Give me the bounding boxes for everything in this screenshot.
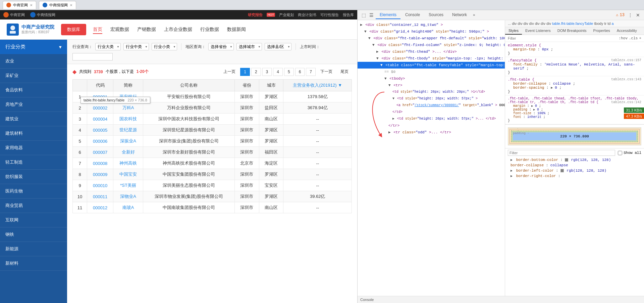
devtools-close-btn[interactable]: ✕: [635, 11, 641, 19]
styles-tab-styles[interactable]: Styles: [505, 27, 522, 35]
breadcrumb-td[interactable]: td: [607, 21, 611, 26]
topnav-business[interactable]: 商业计划书: [298, 12, 316, 17]
nav-home[interactable]: 首页: [93, 25, 102, 34]
breadcrumb-tr[interactable]: tr: [604, 21, 607, 26]
nav-news[interactable]: 数据新闻: [227, 25, 246, 34]
hov-filter[interactable]: :hov: [619, 36, 628, 40]
tree-node-3[interactable]: ▼ <div class="fht-table-wrapper fht-defa…: [358, 35, 505, 42]
sidebar-item-agriculture[interactable]: 农业: [0, 54, 67, 69]
district-select[interactable]: 选择县/区: [265, 43, 291, 50]
table-wrapper[interactable]: 代码 简称 公司名称 省份 城市 主营业务收入(201912) ▼: [67, 79, 357, 303]
sidebar-item-newmat[interactable]: 新材料: [0, 256, 67, 271]
show-all-checkbox[interactable]: [618, 151, 622, 155]
devtools-console-bar[interactable]: Console: [358, 296, 644, 303]
tree-node-td1[interactable]: <td style="height: 26px; width: 29px;" >…: [358, 89, 505, 95]
devtools-cursor-btn[interactable]: ⬚: [360, 11, 367, 19]
breadcrumb-table[interactable]: table.fht-table.fancyTable: [552, 21, 594, 26]
breadcrumb-div7[interactable]: div: [546, 21, 552, 26]
page-5[interactable]: 5: [284, 68, 294, 76]
topnav-planning[interactable]: 产业规划: [279, 12, 294, 17]
last-page[interactable]: 尾页: [337, 68, 352, 76]
city-select[interactable]: 选择城市: [236, 43, 262, 50]
province-select[interactable]: 选择省份: [208, 43, 234, 50]
sidebar-item-construction[interactable]: 建筑业: [0, 112, 67, 126]
tree-node-tr[interactable]: ▼ <tr>: [358, 82, 505, 89]
page-4[interactable]: 4: [273, 68, 283, 76]
topnav-research[interactable]: 研究报告: [248, 12, 263, 17]
devtools-more-tabs[interactable]: »: [473, 13, 475, 17]
tree-node-a[interactable]: <a href="/stock/summary/000001/" target=…: [358, 102, 505, 109]
tree-node-tbody[interactable]: ▼ <tbody>: [358, 75, 505, 82]
topnav-reports[interactable]: 报告库: [343, 12, 354, 17]
html-tree[interactable]: ▶ <div class="container_12 mg_ttwo" > ▼ …: [358, 20, 505, 296]
nav-produce[interactable]: 产销数据: [137, 25, 156, 34]
page-1[interactable]: 1: [240, 68, 250, 76]
sidebar-item-energy[interactable]: 新能源: [0, 242, 67, 256]
sidebar-item-mining[interactable]: 采矿业: [0, 69, 67, 83]
sidebar-item-light[interactable]: 轻工制造: [0, 155, 67, 170]
sidebar-collapse-icon[interactable]: ▾: [59, 44, 62, 50]
tree-node-selected[interactable]: ▼ <table class="fht-table fancyTable" st…: [358, 62, 505, 69]
db-button[interactable]: 数据库: [61, 24, 86, 35]
industry-type-select[interactable]: 行业大类: [95, 43, 121, 50]
sidebar-item-steel[interactable]: 钢铁: [0, 227, 67, 242]
devtools-tab-sources[interactable]: Sources: [425, 11, 447, 19]
breadcrumb-div1[interactable]: div: [512, 21, 518, 26]
tree-node-5[interactable]: ▶ <div class="fht-thead" >... </div>: [358, 48, 505, 55]
sidebar-item-appliances[interactable]: 家用电器: [0, 141, 67, 155]
sidebar-item-internet[interactable]: 互联网: [0, 213, 67, 227]
add-filter[interactable]: +: [639, 36, 641, 40]
devtools-tab-console[interactable]: Console: [401, 11, 424, 19]
styles-tab-props[interactable]: Properties: [590, 27, 613, 35]
date-input[interactable]: [72, 53, 113, 60]
sidebar-item-pharma[interactable]: 医药生物: [0, 184, 67, 199]
styles-tab-dom[interactable]: DOM Breakpoints: [554, 27, 590, 35]
tree-node-1[interactable]: ▶ <div class="container_12 mg_ttwo" >: [358, 21, 505, 28]
devtools-tab-network[interactable]: Network: [448, 11, 471, 19]
col-revenue[interactable]: 主营业务收入(201912) ▼: [283, 80, 352, 91]
nav-industry[interactable]: 行业数据: [200, 25, 219, 34]
breadcrumb-div6[interactable]: div: [541, 21, 546, 26]
breadcrumb-tbody[interactable]: tbody: [594, 21, 604, 26]
page-2[interactable]: 2: [251, 68, 261, 76]
prev-page[interactable]: 上一页: [220, 68, 239, 76]
styles-tab-events[interactable]: Event Listeners: [522, 27, 554, 35]
topnav-qingbao[interactable]: 中商情报网: [30, 12, 55, 17]
styles-filter-input[interactable]: [508, 36, 619, 40]
styles-tab-access[interactable]: Accessibility: [613, 27, 640, 35]
page-7[interactable]: 7: [306, 68, 316, 76]
tree-node-td-close[interactable]: </td>: [358, 109, 505, 116]
sidebar-item-textile[interactable]: 纺织服装: [0, 170, 67, 184]
tree-node-2[interactable]: ▼ <div class="grid_4 height400" style="h…: [358, 28, 505, 35]
tree-node-6[interactable]: ▼ <div class="fht-tbody" style="margin-t…: [358, 55, 505, 62]
tree-node-tr-close[interactable]: </tr>: [358, 122, 505, 129]
filter-props-input[interactable]: [508, 150, 615, 156]
sidebar-item-commerce[interactable]: 商业贸易: [0, 199, 67, 213]
page-3[interactable]: 3: [262, 68, 272, 76]
tree-node-4[interactable]: ▼ <div class="fht-fixed-column" style="z…: [358, 42, 505, 48]
breadcrumb-a[interactable]: a: [611, 21, 613, 26]
industry-small-select[interactable]: 行业小类: [152, 43, 177, 50]
nav-listed[interactable]: 上市企业数据: [164, 25, 192, 34]
tab-zhongshang-info[interactable]: 中商情报网 ✕: [39, 1, 76, 9]
breadcrumb-div5[interactable]: div: [535, 21, 541, 26]
topnav-feasibility[interactable]: 可行性报告: [320, 12, 339, 17]
sidebar-item-food[interactable]: 食品饮料: [0, 83, 67, 97]
next-page[interactable]: 下一页: [317, 68, 336, 76]
page-6[interactable]: 6: [295, 68, 305, 76]
topnav-zhongshang[interactable]: 中商官网: [3, 12, 25, 17]
sidebar-item-materials[interactable]: 建筑材料: [0, 126, 67, 141]
sidebar-item-realestate[interactable]: 房地产业: [0, 97, 67, 112]
devtools-device-btn[interactable]: ☰: [368, 11, 375, 19]
tree-node-td2[interactable]: ▼ <td style="height: 26px; width: 57px;"…: [358, 95, 505, 102]
breadcrumb-div4[interactable]: div: [529, 21, 535, 26]
breadcrumb-div3[interactable]: div: [523, 21, 529, 26]
breadcrumb-div2[interactable]: div: [518, 21, 523, 26]
tab-zhongshang[interactable]: 中商官网 ✕: [3, 1, 36, 9]
tab-close2[interactable]: ✕: [70, 3, 72, 7]
devtools-tab-elements[interactable]: Elements: [376, 11, 400, 19]
tab-close[interactable]: ✕: [30, 3, 33, 7]
tree-node-td3[interactable]: ▶ <td style="height: 26px; width: 57px;"…: [358, 116, 505, 122]
tree-node-tr-odd[interactable]: ▶ <tr class="odd" >... </tr>: [358, 129, 505, 136]
nav-macro[interactable]: 宏观数据: [110, 25, 129, 34]
